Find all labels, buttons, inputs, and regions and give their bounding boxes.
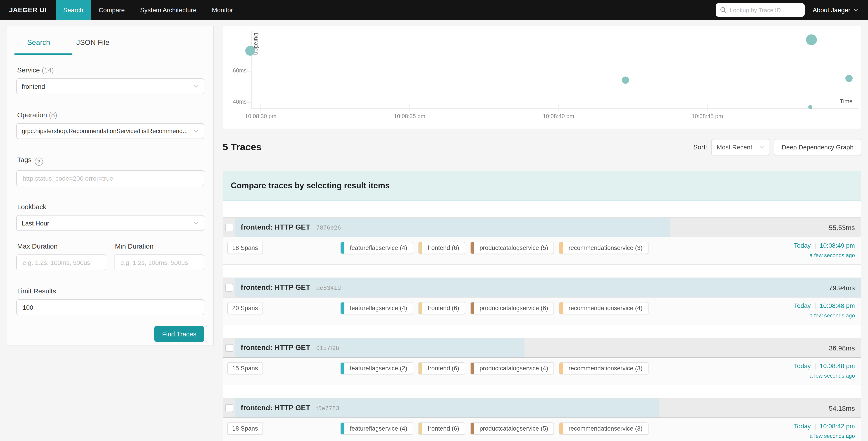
x-tick-mark (707, 104, 708, 111)
service-tag-chip: featureflagservice (4) (340, 422, 413, 435)
service-tag-chip: productcatalogservice (5) (470, 242, 554, 254)
find-traces-button[interactable]: Find Traces (155, 326, 204, 342)
lookback-label: Lookback (17, 203, 204, 210)
nav-right: About Jaeger (716, 0, 868, 20)
x-tick-mark (558, 104, 559, 111)
trace-time-link[interactable]: 10:08:49 pm (819, 242, 855, 249)
y-axis-line (251, 31, 252, 108)
trace-time-link[interactable]: 10:08:48 pm (819, 362, 855, 370)
nav-item-monitor[interactable]: Monitor (204, 0, 241, 20)
service-tag-chip: productcatalogservice (4) (470, 362, 554, 375)
trace-date-link[interactable]: Today (794, 362, 811, 370)
compare-banner: Compare traces by selecting result items (223, 171, 861, 201)
service-color-bar (559, 242, 563, 254)
app-brand: JAEGER UI (0, 0, 56, 20)
nav-item-compare[interactable]: Compare (91, 0, 132, 20)
service-tags: featureflagservice (4)frontend (6)produc… (340, 242, 649, 254)
max-duration-input[interactable] (22, 258, 101, 266)
date-divider: | (814, 302, 816, 309)
x-tick-mark (409, 104, 410, 111)
span-count-chip: 20 Spans (227, 302, 263, 314)
tab-json-file[interactable]: JSON File (76, 38, 109, 47)
deep-dependency-graph-button[interactable]: Deep Dependency Graph (774, 139, 861, 155)
service-color-bar (418, 363, 422, 374)
service-select[interactable]: frontend (16, 78, 204, 94)
trace-title: frontend: HTTP GET (241, 284, 310, 291)
about-jaeger-menu[interactable]: About Jaeger (812, 6, 858, 13)
tags-help-icon[interactable]: ? (35, 157, 43, 166)
service-tag-label: recommendationservice (3) (563, 423, 648, 434)
trace-date-link[interactable]: Today (794, 422, 811, 430)
trace-scatter-point[interactable] (245, 46, 255, 56)
top-nav: JAEGER UI SearchCompareSystem Architectu… (0, 0, 868, 20)
trace-scatter-point[interactable] (808, 105, 812, 109)
trace-date-link[interactable]: Today (794, 302, 811, 309)
trace-scatter-point[interactable] (806, 35, 817, 46)
tags-label: Tags? (17, 156, 204, 166)
operation-select[interactable]: grpc.hipstershop.RecommendationService/L… (16, 123, 204, 139)
search-sidebar: Search JSON File Service (14) frontend O… (7, 26, 214, 346)
service-tag-chip: frontend (6) (418, 422, 465, 435)
max-duration-wrap[interactable] (16, 255, 106, 270)
chevron-down-icon (194, 85, 199, 88)
trace-select-checkbox[interactable] (225, 284, 233, 291)
service-tag-chip: recommendationservice (4) (559, 302, 648, 314)
search-form: Service (14) frontend Operation (8) grpc… (7, 66, 213, 342)
trace-select-checkbox[interactable] (225, 224, 233, 231)
results-header: 5 Traces Sort: Most Recent Deep Dependen… (223, 136, 861, 159)
trace-select-checkbox[interactable] (225, 404, 233, 412)
trace-scatter-point[interactable] (622, 77, 629, 84)
trace-id: 7876e26 (316, 224, 341, 231)
service-tag-chip: featureflagservice (4) (340, 242, 413, 254)
tab-search[interactable]: Search (27, 38, 50, 47)
service-tag-label: productcatalogservice (5) (474, 242, 554, 254)
main-content: Duration Time 10:08:30 pm10:08:35 pm10:0… (223, 26, 861, 441)
trace-id-lookup[interactable] (716, 3, 804, 17)
trace-card-header: frontend: HTTP GET 01d7f9b 36.98ms (223, 338, 861, 358)
tags-input-wrap[interactable] (16, 170, 204, 186)
trace-card-body: 15 Spans featureflagservice (2)frontend … (223, 358, 861, 379)
trace-date-link[interactable]: Today (794, 242, 811, 249)
min-duration-input[interactable] (120, 258, 199, 266)
service-tag-label: frontend (6) (422, 423, 465, 434)
date-divider: | (814, 242, 816, 249)
trace-result-card[interactable]: frontend: HTTP GET 7876e26 55.53ms 18 Sp… (223, 217, 861, 265)
x-axis-line (251, 108, 858, 109)
trace-time-link[interactable]: 10:08:48 pm (819, 302, 855, 309)
service-color-bar (341, 242, 344, 254)
service-color-bar (470, 302, 474, 314)
x-tick-label: 10:08:45 pm (685, 113, 730, 120)
service-tag-chip: frontend (6) (418, 302, 465, 314)
trace-id: ae8341d (316, 284, 341, 291)
service-tags: featureflagservice (2)frontend (6)produc… (340, 362, 649, 375)
trace-result-card[interactable]: frontend: HTTP GET ae8341d 79.94ms 20 Sp… (223, 277, 861, 325)
limit-results-label: Limit Results (17, 287, 204, 295)
trace-scatter-point[interactable] (845, 75, 852, 82)
duration-scatter-chart: Duration Time 10:08:30 pm10:08:35 pm10:0… (223, 26, 861, 129)
x-tick-label: 10:08:30 pm (238, 113, 283, 120)
min-duration-wrap[interactable] (114, 255, 204, 270)
service-tag-label: featureflagservice (4) (344, 423, 413, 434)
nav-item-system-architecture[interactable]: System Architecture (132, 0, 204, 20)
trace-time-link[interactable]: 10:08:42 pm (819, 422, 855, 430)
service-tag-label: recommendationservice (3) (563, 242, 648, 254)
service-tag-label: frontend (6) (422, 302, 465, 314)
trace-id: 01d7f9b (316, 345, 339, 351)
app-root: JAEGER UI SearchCompareSystem Architectu… (0, 0, 868, 441)
nav-item-search[interactable]: Search (56, 0, 91, 20)
trace-duration: 55.53ms (829, 224, 855, 231)
sidebar-tabs: Search JSON File (27, 38, 206, 47)
lookback-select[interactable]: Last Hour (16, 215, 204, 231)
tags-input[interactable] (22, 174, 199, 182)
trace-id-input[interactable] (729, 6, 800, 14)
service-tag-label: productcatalogservice (5) (474, 423, 554, 434)
trace-select-checkbox[interactable] (225, 344, 233, 352)
trace-result-card[interactable]: frontend: HTTP GET 01d7f9b 36.98ms 15 Sp… (223, 338, 861, 385)
y-tick-label: 60ms (223, 67, 247, 74)
trace-result-card[interactable]: frontend: HTTP GET f5e7783 54.18ms 18 Sp… (223, 398, 861, 441)
limit-results-wrap[interactable] (16, 299, 204, 315)
sort-select[interactable]: Most Recent (711, 139, 769, 155)
limit-results-input[interactable] (22, 303, 199, 311)
service-tag-label: frontend (6) (422, 242, 465, 254)
service-color-bar (470, 423, 474, 434)
